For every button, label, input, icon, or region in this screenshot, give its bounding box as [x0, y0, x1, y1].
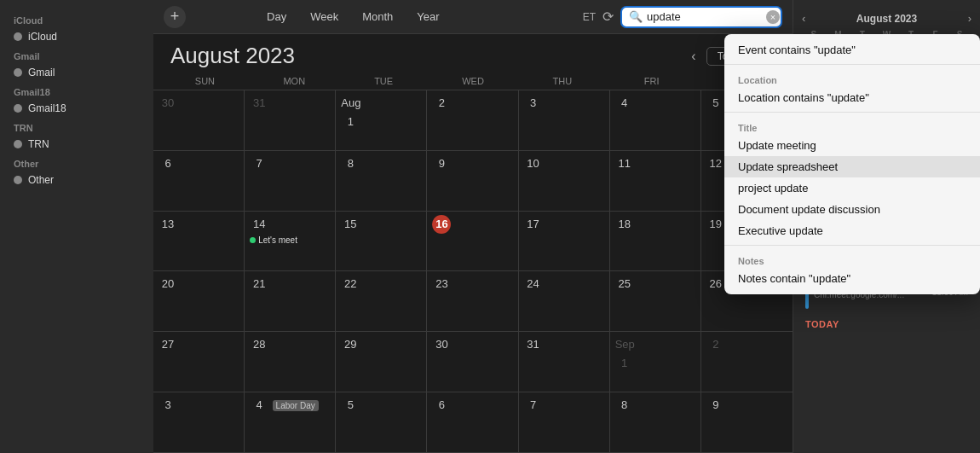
day-header-mon: Mon [250, 73, 339, 90]
cal-cell-sep5[interactable]: 5 [336, 392, 427, 452]
mini-cal-title: August 2023 [856, 13, 917, 25]
calendar-title: August 2023 [170, 43, 295, 69]
refresh-button[interactable]: ⟳ [602, 9, 614, 25]
cal-cell-aug2[interactable]: 2 [427, 90, 518, 150]
cal-cell-sep1[interactable]: Sep 1 [610, 332, 701, 392]
dropdown-divider-3 [724, 245, 980, 246]
cal-cell-aug11[interactable]: 11 [610, 151, 701, 211]
cal-cell-aug22[interactable]: 22 [336, 271, 427, 331]
day-header-wed: Wed [429, 73, 518, 90]
view-year-button[interactable]: Year [405, 7, 451, 26]
sidebar-section-gmail18: Gmail18 [0, 80, 153, 101]
sidebar-item-gmail[interactable]: Gmail [0, 65, 153, 80]
dropdown-title-project-update[interactable]: project update [724, 177, 980, 199]
search-dropdown: Event contains "update" Location Locatio… [724, 34, 980, 294]
mini-cal-header: ‹ August 2023 › [802, 12, 971, 25]
sidebar-item-other[interactable]: Other [0, 172, 153, 188]
prev-month-button[interactable]: ‹ [686, 47, 700, 66]
icloud-dot [14, 32, 22, 41]
cal-cell-aug3[interactable]: 3 [519, 90, 610, 150]
cal-cell-aug25[interactable]: 25 [610, 271, 701, 331]
cal-cell-jul30[interactable]: 30 [153, 90, 245, 150]
event-dot [250, 237, 256, 243]
cal-cell-aug29[interactable]: 29 [336, 332, 427, 392]
other-label: Other [28, 174, 54, 186]
cal-cell-aug14[interactable]: 14 Let's meet [245, 212, 336, 271]
cal-cell-aug7[interactable]: 7 [245, 151, 336, 211]
dropdown-event-contains[interactable]: Event contains "update" [724, 39, 980, 61]
view-switcher: Day Week Month Year [255, 7, 452, 26]
cal-cell-aug1[interactable]: Aug 1 [336, 90, 427, 150]
cal-cell-aug15[interactable]: 15 [336, 212, 427, 271]
cal-cell-aug20[interactable]: 20 [153, 271, 245, 331]
dropdown-divider-1 [724, 64, 980, 65]
week-4: 20 21 22 23 24 25 26 [153, 271, 793, 332]
dropdown-divider-2 [724, 112, 980, 113]
cal-cell-sep4[interactable]: 4 Labor Day [245, 392, 336, 452]
cal-cell-aug17[interactable]: 17 [519, 212, 610, 271]
cal-cell-aug16[interactable]: 16 [427, 212, 518, 271]
cal-cell-sep6[interactable]: 6 [427, 392, 518, 452]
week-3: 13 14 Let's meet 15 16 17 18 19 [153, 212, 793, 272]
search-icon: 🔍 [629, 10, 643, 23]
dropdown-title-update-meeting[interactable]: Update meeting [724, 135, 980, 156]
day-header-sun: Sun [160, 73, 250, 90]
cal-cell-jul31[interactable]: 31 [245, 90, 336, 150]
dropdown-notes-contains[interactable]: Notes contain "update" [724, 268, 980, 289]
view-day-button[interactable]: Day [255, 7, 298, 26]
lets-meet-event[interactable]: Let's meet [250, 235, 330, 245]
week-6: 3 4 Labor Day 5 6 7 8 9 [153, 392, 793, 453]
cal-cell-aug27[interactable]: 27 [153, 332, 245, 392]
cal-cell-aug21[interactable]: 21 [245, 271, 336, 331]
cal-cell-aug28[interactable]: 28 [245, 332, 336, 392]
add-event-button[interactable]: + [164, 6, 186, 28]
search-clear-button[interactable]: × [766, 10, 780, 24]
cal-cell-sep2[interactable]: 2 [701, 332, 793, 392]
dropdown-title-executive-update[interactable]: Executive update [724, 220, 980, 241]
cal-cell-aug30[interactable]: 30 [427, 332, 518, 392]
cal-cell-aug24[interactable]: 24 [519, 271, 610, 331]
event-label: Let's meet [258, 235, 297, 245]
cal-cell-aug4[interactable]: 4 [610, 90, 701, 150]
week-5: 27 28 29 30 31 Sep 1 2 [153, 332, 793, 392]
sidebar-item-gmail18[interactable]: Gmail18 [0, 101, 153, 116]
day-header-fri: Fri [607, 73, 696, 90]
dropdown-title-label: Title [724, 116, 980, 135]
cal-cell-aug13[interactable]: 13 [153, 212, 245, 271]
cal-cell-aug23[interactable]: 23 [427, 271, 518, 331]
sidebar-item-trn[interactable]: TRN [0, 136, 153, 152]
search-input[interactable] [647, 10, 766, 23]
cal-cell-sep3[interactable]: 3 [153, 392, 245, 452]
view-month-button[interactable]: Month [350, 7, 405, 26]
view-week-button[interactable]: Week [298, 7, 350, 26]
cal-cell-aug8[interactable]: 8 [336, 151, 427, 211]
gmail18-dot [14, 104, 22, 113]
trn-dot [14, 140, 22, 148]
cal-cell-aug31[interactable]: 31 [519, 332, 610, 392]
cal-cell-sep8[interactable]: 8 [610, 392, 701, 452]
trn-label: TRN [28, 138, 49, 150]
sidebar-section-trn: TRN [0, 116, 153, 136]
sidebar-item-icloud[interactable]: iCloud [0, 29, 153, 44]
dropdown-location-contains[interactable]: Location contains "update" [724, 87, 980, 108]
cal-cell-aug18[interactable]: 18 [610, 212, 701, 271]
dropdown-title-update-spreadsheet[interactable]: Update spreadsheet [724, 156, 980, 177]
mini-next-button[interactable]: › [968, 12, 971, 25]
sidebar-section-gmail: Gmail [0, 44, 153, 65]
cal-cell-aug9[interactable]: 9 [427, 151, 518, 211]
timezone-label: ET [583, 11, 596, 23]
mini-prev-button[interactable]: ‹ [802, 12, 805, 25]
sidebar-section-other: Other [0, 152, 153, 172]
dropdown-notes-label: Notes [724, 249, 980, 268]
cal-cell-aug10[interactable]: 10 [519, 151, 610, 211]
main-calendar: + Day Week Month Year ET ⟳ 🔍 × August 20… [153, 0, 793, 453]
cal-cell-aug6[interactable]: 6 [153, 151, 245, 211]
days-header: Sun Mon Tue Wed Thu Fri Sat [153, 73, 793, 90]
cal-cell-sep7[interactable]: 7 [519, 392, 610, 452]
gmail-label: Gmail [28, 67, 55, 78]
cal-cell-sep9[interactable]: 9 [701, 392, 793, 452]
toolbar: + Day Week Month Year ET ⟳ 🔍 × [153, 0, 793, 34]
other-dot [14, 176, 22, 184]
calendar-weeks: 30 31 Aug 1 2 3 4 5 6 7 8 9 10 11 12 13 [153, 90, 793, 453]
dropdown-title-document-update[interactable]: Document update discussion [724, 199, 980, 220]
